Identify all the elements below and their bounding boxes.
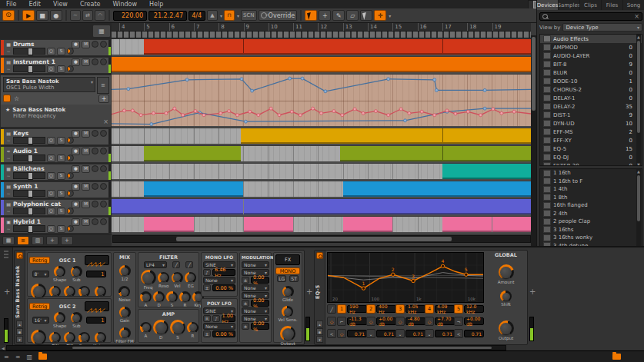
browser-preset-item[interactable]: 1 8th (540, 194, 642, 202)
eg-knob[interactable]: EG (185, 272, 196, 288)
record-arm-icon[interactable]: ● (72, 58, 80, 66)
pan-knob[interactable] (67, 225, 74, 232)
lfo-dest-dropdown[interactable]: None▾ (203, 323, 235, 330)
pencil-tool-button[interactable]: ✎ (332, 10, 345, 21)
scroll-left-icon[interactable]: ◀ (0, 345, 6, 350)
retrig-button[interactable]: Retrig (29, 303, 50, 310)
track-knob[interactable] (92, 218, 98, 225)
track-knob[interactable] (92, 201, 98, 208)
monitor-icon[interactable]: ○ (47, 225, 55, 233)
band-frequency-display[interactable]: 4.09 kHz (435, 305, 455, 313)
mute-button[interactable]: M (82, 41, 90, 48)
preset-box-icon[interactable]: ▪ (316, 328, 323, 335)
clip[interactable] (343, 181, 442, 197)
r-knob[interactable]: R (187, 322, 199, 338)
mod-source-dropdown[interactable]: None▾ (242, 307, 269, 314)
band-q-icon[interactable]: ◇ (337, 329, 346, 338)
track-name[interactable]: Bällchens (13, 165, 70, 172)
track-name[interactable]: Keys (13, 130, 70, 137)
view-by-dropdown[interactable]: Device Type▾ (562, 23, 642, 32)
freq-knob[interactable]: Freq (141, 270, 156, 290)
automation-write-toggle[interactable] (3, 95, 11, 102)
band-type-icon[interactable]: ◇ (366, 317, 375, 326)
browser-device-item[interactable]: DIST-19 (540, 111, 642, 119)
preset-box-icon[interactable]: ▪ (16, 328, 23, 335)
track-header[interactable]: ▤Synth 1●M∼○S (0, 181, 112, 198)
gain-knob[interactable]: Gain (119, 307, 131, 323)
add-device-button[interactable]: + (529, 287, 536, 296)
a-knob[interactable]: A (140, 291, 152, 307)
browser-device-item[interactable]: BIT-89 (540, 60, 642, 68)
input-routing-icon[interactable]: ∼ (5, 48, 12, 54)
output-knob[interactable]: Output (499, 320, 514, 340)
metronome-icon[interactable]: ▲ (207, 10, 218, 21)
monitor-icon[interactable]: ○ (47, 190, 55, 198)
track-name[interactable]: Synth 1 (13, 183, 70, 190)
star-icon[interactable]: ☆ (14, 95, 19, 102)
mute-button[interactable]: M (82, 183, 90, 191)
preset-down-icon[interactable]: ▾ (316, 336, 323, 343)
pan-knob[interactable] (67, 65, 74, 72)
browser-device-item[interactable]: DYN-UD10 (540, 119, 642, 128)
lfo-retrig-button[interactable]: R (203, 315, 211, 322)
clip[interactable] (442, 217, 492, 232)
solo-button[interactable]: S (57, 172, 65, 180)
add-device-button[interactable]: + (4, 287, 10, 296)
lfo-amount-display[interactable]: 0.00 % (212, 284, 235, 291)
clip[interactable] (442, 164, 531, 179)
automation-follow-icon[interactable]: ∼ (70, 10, 81, 21)
arranger-track-lane[interactable] (112, 39, 531, 56)
band-gain-display[interactable]: +0.00 dB (376, 317, 396, 325)
waveform-display[interactable] (85, 301, 109, 311)
mute-button[interactable]: M (82, 148, 90, 155)
browser-preset-item[interactable]: 1 16th to F (540, 178, 642, 186)
device-name[interactable]: Sara Bass Nastok (15, 261, 25, 323)
mod-polarity-button[interactable]: ± (242, 323, 249, 330)
record-arm-icon[interactable]: ● (72, 165, 80, 173)
browser-preset-item[interactable]: 3 16ths (540, 226, 642, 234)
track-header[interactable]: ▤Keys●M∼○S (0, 128, 112, 145)
ruler-bar-number[interactable]: 13 (343, 23, 352, 31)
pan-knob[interactable] (67, 154, 74, 161)
track-knob[interactable] (100, 41, 107, 48)
input-routing-icon[interactable]: ∼ (5, 66, 12, 71)
pointer-tool-button[interactable] (305, 10, 317, 21)
menu-create[interactable]: Create (74, 1, 107, 8)
add-tool-button[interactable]: + (319, 10, 331, 21)
lfo-amount-display[interactable]: 0.00 % (212, 330, 235, 337)
browser-tab-files[interactable]: Files (602, 0, 623, 10)
search-input[interactable] (548, 13, 634, 20)
shape-knob[interactable]: Shape (53, 266, 66, 282)
browser-search[interactable]: × (539, 12, 642, 21)
band-type-icon[interactable]: ◇ (395, 317, 405, 326)
filter-slope-icon[interactable]: ╱ (185, 261, 193, 268)
track-name[interactable]: Audio 1 (13, 148, 70, 154)
ruler-bar-number[interactable]: 6 (169, 23, 175, 31)
clip[interactable] (244, 217, 294, 232)
browser-device-item[interactable]: AUDIO-LAYER0 (540, 51, 642, 60)
record-arm-icon[interactable]: ● (72, 201, 80, 208)
band-shape-icon[interactable]: ╱ (327, 304, 336, 314)
band-type-icon[interactable]: ⌐ (337, 317, 346, 326)
clip[interactable] (244, 199, 343, 214)
mod-source-dropdown[interactable]: None▾ (242, 284, 269, 291)
track-knob[interactable] (92, 148, 98, 154)
pan-knob[interactable] (67, 208, 74, 214)
monitor-icon[interactable]: ○ (47, 65, 55, 73)
clip[interactable] (144, 39, 531, 55)
band-enable-button[interactable]: 3 (395, 304, 405, 314)
band-q-display[interactable]: 0.71 (405, 330, 425, 337)
browser-device-item[interactable]: EQ-DJ0 (540, 153, 642, 161)
preset-up-icon[interactable]: ▴ (316, 320, 323, 327)
add-audio-track-button[interactable]: + (61, 236, 73, 245)
clip[interactable] (340, 146, 531, 161)
browser-preset-item[interactable]: 2 4th (540, 210, 642, 218)
band-gain-display[interactable]: -4.80 dB (405, 317, 425, 325)
browser-preset-item[interactable]: 2 people Clap (540, 218, 642, 226)
eraser-tool-button[interactable]: ▱ (346, 10, 359, 21)
chevron-down-icon[interactable]: ▾ (237, 13, 239, 18)
menu-window[interactable]: Window (106, 1, 143, 8)
clip[interactable] (144, 217, 194, 232)
1-2-knob[interactable]: 1/2 (119, 265, 131, 281)
clip[interactable] (112, 57, 531, 72)
